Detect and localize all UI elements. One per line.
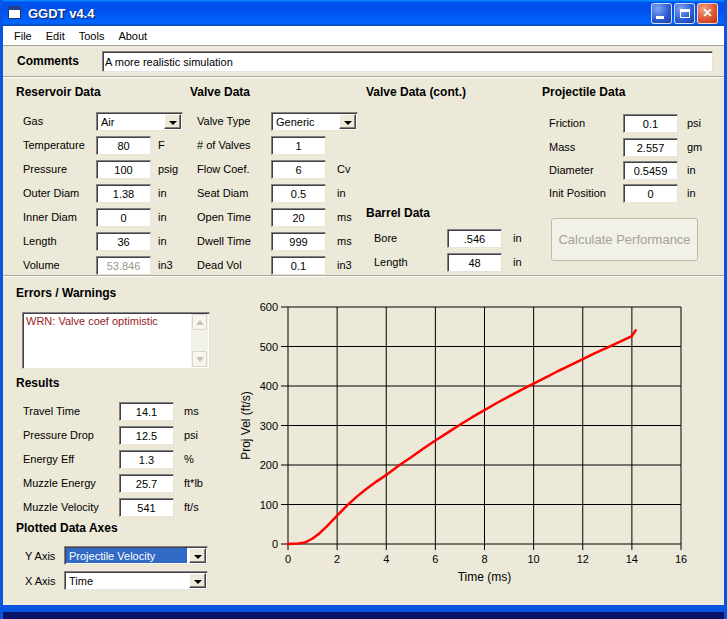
mass-label: Mass: [549, 141, 575, 153]
muzzle-energy-field[interactable]: [119, 474, 174, 493]
volume-field: [96, 256, 151, 275]
chevron-down-icon[interactable]: [189, 573, 206, 588]
bore-label: Bore: [374, 232, 397, 244]
x-tick-label: 2: [334, 553, 340, 565]
inner-diam-label: Inner Diam: [23, 211, 77, 223]
valve-section-title: Valve Data: [190, 85, 250, 99]
menu-tools[interactable]: Tools: [72, 28, 112, 44]
y-axis-label: Y Axis: [25, 550, 55, 562]
bore-unit: in: [513, 232, 522, 244]
chart: 01002003004005006000246810121416Time (ms…: [235, 298, 705, 598]
dead-vol-unit: in3: [337, 259, 352, 271]
y-tick-label: 0: [272, 538, 278, 550]
valve-type-select-value: Generic: [273, 114, 337, 129]
res-length-unit: in: [158, 235, 167, 247]
minimize-button[interactable]: [651, 3, 672, 24]
scroll-down-icon: [192, 351, 207, 367]
calculate-performance-button: Calculate Performance: [551, 218, 698, 261]
axes-section-title: Plotted Data Axes: [16, 521, 118, 535]
x-tick-label: 8: [481, 553, 487, 565]
dead-vol-field[interactable]: [271, 256, 326, 275]
barrel-section-title: Barrel Data: [366, 206, 430, 220]
init-position-field[interactable]: [623, 184, 678, 203]
warning-message: WRN: Valve coef optimistic: [26, 315, 189, 328]
y-tick-label: 600: [260, 301, 278, 313]
pressure-field[interactable]: [96, 160, 151, 179]
dead-vol-label: Dead Vol: [197, 259, 242, 271]
menu-file[interactable]: File: [7, 28, 39, 44]
pressure-drop-unit: psi: [184, 429, 198, 441]
pressure-drop-field[interactable]: [119, 426, 174, 445]
barrel-length-label: Length: [374, 256, 408, 268]
menu-edit[interactable]: Edit: [39, 28, 72, 44]
volume-label: Volume: [23, 259, 60, 271]
pressure-unit: psig: [158, 163, 178, 175]
chevron-down-icon[interactable]: [189, 548, 206, 563]
temperature-label: Temperature: [23, 139, 85, 151]
valve-type-label: Valve Type: [197, 115, 250, 127]
y-tick-label: 400: [260, 380, 278, 392]
barrel-length-field[interactable]: [447, 253, 502, 272]
maximize-button[interactable]: [674, 3, 695, 24]
diameter-field[interactable]: [623, 161, 678, 180]
dwell-time-field[interactable]: [271, 232, 326, 251]
x-axis-select[interactable]: Time: [64, 571, 208, 590]
mass-unit: gm: [687, 141, 702, 153]
x-tick-label: 4: [383, 553, 389, 565]
travel-time-field[interactable]: [119, 402, 174, 421]
seat-diam-unit: in: [337, 187, 346, 199]
flow-coef-field[interactable]: [271, 160, 326, 179]
diameter-unit: in: [687, 164, 696, 176]
chevron-down-icon[interactable]: [339, 114, 356, 129]
velocity-curve: [288, 330, 636, 544]
open-time-label: Open Time: [197, 211, 251, 223]
x-axis-label: X Axis: [25, 575, 56, 587]
barrel-length-unit: in: [513, 256, 522, 268]
x-tick-label: 0: [285, 553, 291, 565]
menu-about[interactable]: About: [111, 28, 154, 44]
outer-diam-unit: in: [158, 187, 167, 199]
close-button[interactable]: ✕: [697, 3, 718, 24]
x-tick-label: 14: [626, 553, 638, 565]
inner-diam-field[interactable]: [96, 208, 151, 227]
errors-textarea[interactable]: WRN: Valve coef optimistic: [22, 312, 210, 369]
num-valves-field[interactable]: [271, 136, 326, 155]
gas-select-value: Air: [98, 114, 162, 129]
muzzle-energy-label: Muzzle Energy: [23, 477, 96, 489]
res-length-field[interactable]: [96, 232, 151, 251]
muzzle-velocity-field[interactable]: [119, 498, 174, 517]
valve-type-select[interactable]: Generic: [271, 112, 358, 131]
chevron-down-icon[interactable]: [164, 114, 181, 129]
energy-eff-field[interactable]: [119, 450, 174, 469]
gas-label: Gas: [23, 115, 43, 127]
y-axis-title: Proj Vel (ft/s): [239, 391, 253, 460]
valve-cont-section-title: Valve Data (cont.): [366, 85, 466, 99]
outer-diam-label: Outer Diam: [23, 187, 79, 199]
pressure-drop-label: Pressure Drop: [23, 429, 94, 441]
errors-scrollbar[interactable]: [191, 314, 208, 367]
outer-diam-field[interactable]: [96, 184, 151, 203]
friction-field[interactable]: [623, 114, 678, 133]
flow-coef-unit: Cv: [337, 163, 350, 175]
travel-time-label: Travel Time: [23, 405, 80, 417]
x-axis-select-value: Time: [66, 573, 187, 588]
open-time-field[interactable]: [271, 208, 326, 227]
muzzle-velocity-unit: ft/s: [184, 501, 199, 513]
gas-select[interactable]: Air: [96, 112, 183, 131]
energy-eff-label: Energy Eff: [23, 453, 74, 465]
y-axis-select[interactable]: Projectile Velocity: [64, 546, 208, 565]
comments-input[interactable]: [102, 51, 713, 72]
menu-bar: File Edit Tools About: [3, 26, 724, 46]
window-border: [3, 605, 724, 612]
mass-field[interactable]: [623, 138, 678, 157]
temperature-field[interactable]: [96, 136, 151, 155]
seat-diam-field[interactable]: [271, 184, 326, 203]
x-tick-label: 12: [577, 553, 589, 565]
bore-field[interactable]: [447, 229, 502, 248]
y-tick-label: 300: [260, 420, 278, 432]
seat-diam-label: Seat Diam: [197, 187, 248, 199]
title-bar[interactable]: GGDT v4.4 ✕: [3, 0, 724, 26]
diameter-label: Diameter: [549, 164, 594, 176]
flow-coef-label: Flow Coef.: [197, 163, 250, 175]
energy-eff-unit: %: [184, 453, 194, 465]
